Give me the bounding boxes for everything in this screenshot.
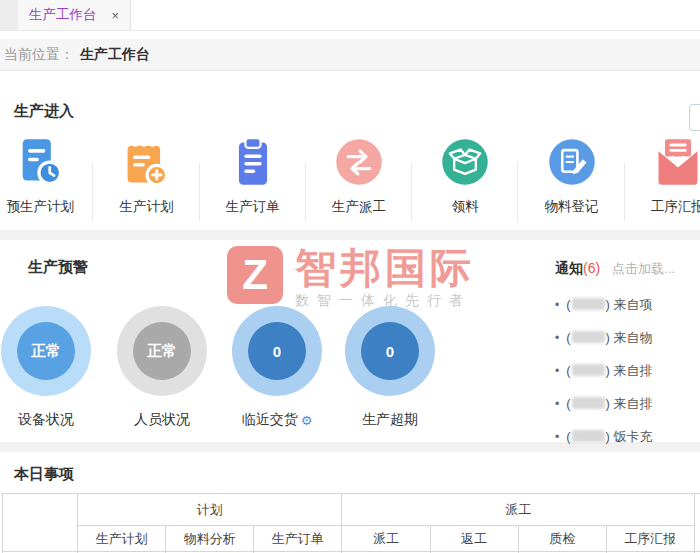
breadcrumb-label: 当前位置： — [4, 46, 74, 64]
gauge-label-text: 设备状况 — [18, 411, 74, 429]
open-box-icon — [439, 136, 491, 188]
gauge-label-text: 人员状况 — [134, 411, 190, 429]
brand-logo-icon: Z — [227, 246, 283, 304]
notice-paren: ) — [606, 297, 610, 312]
table-col-dispatch: 派工 — [342, 526, 430, 552]
entry-item-label: 生产派工 — [332, 198, 386, 216]
notices-header: 通知(6) 点击加载... — [555, 260, 700, 278]
notice-paren: ( — [566, 330, 570, 345]
tab-bar-corner — [0, 0, 18, 30]
notice-paren: ) — [606, 363, 610, 378]
notice-text: 来自排 — [614, 396, 653, 411]
notice-item[interactable]: •() 来自项 — [555, 288, 700, 321]
gauge-near-delivery[interactable]: 0 临近交货 ⚙ — [232, 306, 322, 429]
notice-item[interactable]: •() 来自排 — [555, 354, 700, 387]
entry-item-material-picking[interactable]: 领料 — [412, 136, 518, 216]
gear-icon[interactable]: ⚙ — [301, 414, 313, 427]
gauge-ring: 0 — [232, 306, 322, 396]
section-production-entry: 生产进入 预生产计划 — [0, 71, 700, 230]
notice-paren: ( — [566, 363, 570, 378]
clipboard-icon — [227, 136, 279, 188]
entry-item-material-register[interactable]: 物料登记 — [518, 136, 624, 216]
gauge-label: 生产超期 — [345, 411, 435, 429]
entry-item-pre-production-plan[interactable]: 预生产计划 — [0, 136, 93, 216]
gauge-value: 0 — [361, 322, 419, 380]
entry-item-process-report[interactable]: 工序汇报 — [625, 136, 700, 216]
watermark-logo: Z 智邦国际 数智一体化先行者 — [227, 246, 475, 310]
bullet-icon: • — [555, 364, 559, 378]
gauge-ring: 正常 — [1, 306, 91, 396]
notice-paren: ( — [566, 396, 570, 411]
table-col-process-report: 工序汇报 — [606, 526, 694, 552]
gauge-ring: 0 — [345, 306, 435, 396]
gauge-label: 设备状况 — [1, 411, 91, 429]
calendar-plus-icon — [120, 136, 172, 188]
gauge-label-text: 生产超期 — [362, 411, 418, 429]
gauge-label: 人员状况 — [117, 411, 207, 429]
table-col-production-order: 生产订单 — [254, 526, 342, 552]
notice-item[interactable]: •() 来自物 — [555, 321, 700, 354]
masked-name — [572, 430, 605, 442]
table-partial-column — [694, 494, 700, 552]
notice-text: 饭卡充 — [614, 429, 653, 444]
document-pen-icon — [546, 136, 598, 188]
tab-production-workbench[interactable]: 生产工作台 × — [18, 0, 131, 30]
entry-icon-row: 预生产计划 生产计划 — [0, 136, 700, 230]
section-title-entry: 生产进入 — [14, 102, 700, 120]
section-today-items: 本日事项 计划 派工 生产计划 物料分析 生产订单 派工 返工 质检 工序汇报 — [0, 452, 700, 553]
document-clock-icon — [14, 136, 66, 188]
gauge-production-overdue[interactable]: 0 生产超期 — [345, 306, 435, 429]
entry-item-production-order[interactable]: 生产订单 — [200, 136, 306, 216]
gauge-personnel-status[interactable]: 正常 人员状况 — [117, 306, 207, 429]
notice-text: 来自物 — [614, 330, 653, 345]
gauge-ring: 正常 — [117, 306, 207, 396]
masked-name — [572, 331, 605, 343]
table-col-rework: 返工 — [430, 526, 518, 552]
table-corner-cell — [3, 494, 78, 552]
bullet-icon: • — [555, 298, 559, 312]
notice-paren: ) — [606, 396, 610, 411]
entry-item-label: 生产订单 — [226, 198, 280, 216]
breadcrumb: 当前位置： 生产工作台 — [0, 39, 700, 71]
notice-paren: ) — [606, 429, 610, 444]
bullet-icon: • — [555, 430, 559, 444]
notice-item[interactable]: •() 饭卡充 — [555, 420, 700, 453]
gauge-equipment-status[interactable]: 正常 设备状况 — [1, 306, 91, 429]
gauge-value: 正常 — [133, 322, 191, 380]
table-group-header-row: 计划 派工 — [3, 494, 700, 526]
entry-item-production-plan[interactable]: 生产计划 — [93, 136, 199, 216]
production-workbench-page: 生产工作台 × 当前位置： 生产工作台 生产进入 预 — [0, 0, 700, 553]
table-group-plan: 计划 — [78, 494, 342, 526]
gauge-value: 正常 — [17, 322, 75, 380]
tab-title: 生产工作台 — [29, 6, 97, 24]
table-group-dispatch: 派工 — [342, 494, 694, 526]
transfer-arrows-icon — [333, 136, 385, 188]
section-title-alerts: 生产预警 — [28, 258, 88, 276]
entry-item-label: 领料 — [452, 198, 479, 216]
gauge-value: 0 — [248, 322, 306, 380]
section-divider — [0, 230, 700, 240]
notices-load-hint[interactable]: 点击加载... — [612, 261, 675, 276]
table-col-production-plan: 生产计划 — [78, 526, 166, 552]
tab-bar: 生产工作台 × — [0, 0, 700, 31]
table-col-quality-check: 质检 — [518, 526, 606, 552]
notices-panel: 通知(6) 点击加载... •() 来自项 •() 来自物 •() 来自排 •(… — [555, 260, 700, 453]
entry-item-label: 物料登记 — [545, 198, 599, 216]
breadcrumb-current: 生产工作台 — [80, 46, 150, 64]
watermark-text: 智邦国际 数智一体化先行者 — [295, 246, 475, 310]
watermark-title: 智邦国际 — [295, 246, 475, 290]
entry-item-production-dispatch[interactable]: 生产派工 — [306, 136, 412, 216]
notice-text: 来自项 — [614, 297, 653, 312]
notice-paren: ) — [606, 330, 610, 345]
notice-item[interactable]: •() 来自排 — [555, 387, 700, 420]
envelope-report-icon — [652, 136, 700, 188]
close-icon[interactable]: × — [111, 8, 119, 23]
notice-text: 来自排 — [614, 363, 653, 378]
table-col-material-analysis: 物料分析 — [166, 526, 254, 552]
notices-count-badge: (6) — [583, 260, 600, 276]
bullet-icon: • — [555, 331, 559, 345]
partial-button[interactable] — [689, 104, 700, 131]
notice-paren: ( — [566, 429, 570, 444]
bullet-icon: • — [555, 397, 559, 411]
notices-title: 通知 — [555, 260, 583, 276]
